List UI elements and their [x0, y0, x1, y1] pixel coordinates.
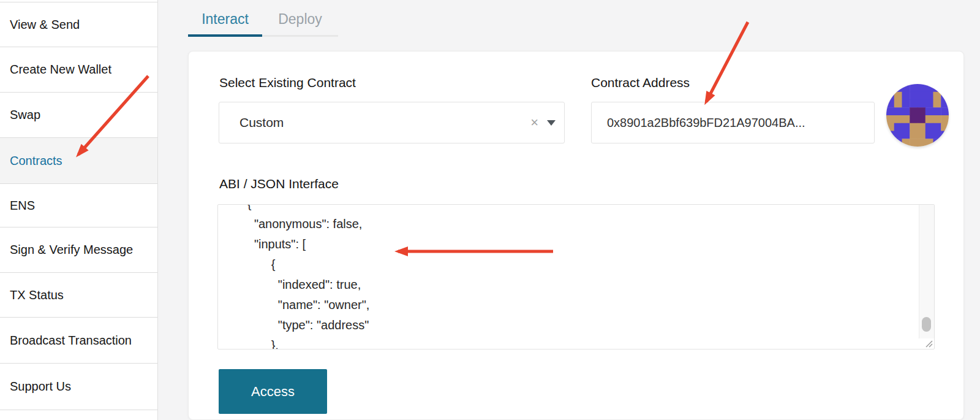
textarea-resize-handle[interactable] — [924, 338, 933, 348]
sidebar-item-label: Support Us — [10, 380, 71, 394]
identicon-canvas — [886, 84, 949, 147]
access-button[interactable]: Access — [219, 369, 327, 414]
abi-json-textarea[interactable]: { "anonymous": false, "inputs": [ { "ind… — [217, 204, 935, 349]
sidebar-item-broadcast-transaction[interactable]: Broadcast Transaction — [0, 317, 157, 363]
abi-json-interface-label: ABI / JSON Interface — [219, 177, 339, 191]
sidebar-item-support-us[interactable]: Support Us — [0, 363, 157, 410]
sidebar-item-label: Contracts — [10, 154, 62, 168]
sidebar-item-label: Create New Wallet — [10, 63, 111, 77]
sidebar-item-create-new-wallet[interactable]: Create New Wallet — [0, 47, 157, 92]
sidebar-item-label: Broadcast Transaction — [10, 334, 132, 348]
sidebar: View & Send Create New Wallet Swap Contr… — [0, 0, 158, 420]
sidebar-item-ens[interactable]: ENS — [0, 183, 157, 227]
clear-selection-icon[interactable]: × — [530, 102, 538, 143]
tab-deploy-underline — [262, 35, 338, 37]
sidebar-item-label: TX Status — [10, 288, 64, 302]
sidebar-item-tx-status[interactable]: TX Status — [0, 272, 157, 317]
sidebar-item-label: ENS — [10, 199, 35, 213]
contract-address-input[interactable] — [591, 102, 875, 143]
abi-scrollbar-thumb[interactable] — [922, 317, 931, 332]
select-existing-contract-label: Select Existing Contract — [219, 75, 356, 90]
abi-json-content: { "anonymous": false, "inputs": [ { "ind… — [218, 204, 934, 349]
sidebar-item-contracts[interactable]: Contracts — [0, 137, 157, 183]
contract-address-label: Contract Address — [591, 75, 690, 90]
app-window: View & Send Create New Wallet Swap Contr… — [0, 0, 980, 420]
select-existing-contract-dropdown[interactable]: Custom × — [219, 102, 565, 143]
tab-deploy[interactable]: Deploy — [262, 5, 338, 33]
tab-interact[interactable]: Interact — [188, 5, 262, 33]
abi-scrollbar-track[interactable] — [919, 205, 934, 338]
selected-contract-value: Custom — [219, 115, 284, 130]
sidebar-item-label: Swap — [10, 108, 40, 122]
sidebar-item-sign-verify-message[interactable]: Sign & Verify Message — [0, 227, 157, 272]
address-identicon-avatar — [886, 84, 949, 147]
sidebar-divider — [0, 410, 157, 410]
sidebar-item-view-send[interactable]: View & Send — [0, 2, 157, 47]
sidebar-item-label: Sign & Verify Message — [10, 243, 133, 257]
tab-interact-underline — [188, 34, 262, 37]
chevron-down-icon[interactable] — [547, 120, 556, 126]
sidebar-item-swap[interactable]: Swap — [0, 92, 157, 137]
sidebar-item-label: View & Send — [10, 18, 80, 32]
